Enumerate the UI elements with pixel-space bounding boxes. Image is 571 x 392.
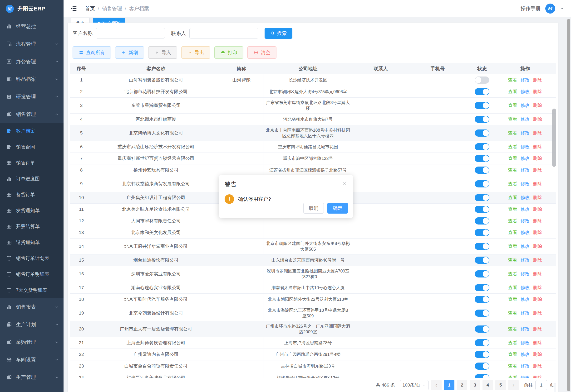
next-page-button[interactable]: › [508, 380, 519, 390]
edit-link[interactable]: 修改 [521, 156, 530, 161]
sidebar-item-16[interactable]: 7天交货明细表 [0, 282, 63, 298]
page-scrollbar[interactable] [567, 19, 570, 391]
view-link[interactable]: 查看 [508, 244, 517, 249]
search-button[interactable]: 搜索 [265, 28, 292, 39]
edit-link[interactable]: 修改 [521, 195, 530, 200]
sidebar-item-9[interactable]: 订单进度图 [0, 171, 63, 187]
toolbar-button-3[interactable]: 导出 [181, 46, 210, 59]
edit-link[interactable]: 修改 [521, 340, 530, 345]
delete-link[interactable]: 删除 [533, 89, 542, 94]
delete-link[interactable]: 删除 [533, 271, 542, 276]
delete-link[interactable]: 删除 [533, 103, 542, 108]
status-toggle[interactable] [475, 257, 489, 264]
toolbar-button-1[interactable]: 新增 [115, 46, 144, 59]
status-toggle[interactable] [475, 217, 489, 224]
view-link[interactable]: 查看 [508, 218, 517, 223]
cancel-button[interactable]: 取消 [303, 203, 324, 214]
status-toggle[interactable] [475, 363, 489, 370]
status-toggle[interactable] [475, 143, 489, 150]
delete-link[interactable]: 删除 [533, 207, 542, 212]
edit-link[interactable]: 修改 [521, 181, 530, 186]
delete-link[interactable]: 删除 [533, 244, 542, 249]
sidebar-item-13[interactable]: 退货通知单 [0, 235, 63, 251]
delete-link[interactable]: 删除 [533, 77, 542, 83]
sidebar-item-18[interactable]: 生产计划 [0, 316, 63, 333]
sidebar-item-12[interactable]: 开票结算单 [0, 219, 63, 235]
sidebar-item-20[interactable]: 车间设置 [0, 351, 63, 368]
edit-link[interactable]: 修改 [521, 352, 530, 357]
edit-link[interactable]: 修改 [521, 285, 530, 290]
status-toggle[interactable] [475, 325, 489, 333]
edit-link[interactable]: 修改 [521, 218, 530, 223]
view-link[interactable]: 查看 [508, 181, 517, 186]
view-link[interactable]: 查看 [508, 258, 517, 263]
sidebar-item-8[interactable]: 销售订单 [0, 155, 63, 171]
edit-link[interactable]: 修改 [521, 103, 530, 108]
edit-link[interactable]: 修改 [521, 117, 530, 122]
view-link[interactable]: 查看 [508, 207, 517, 212]
edit-link[interactable]: 修改 [521, 297, 530, 302]
sidebar-item-4[interactable]: 研发管理 [0, 88, 63, 105]
edit-link[interactable]: 修改 [521, 230, 530, 235]
sidebar-fold-icon[interactable] [70, 5, 77, 12]
edit-link[interactable]: 修改 [521, 310, 530, 316]
status-toggle[interactable] [475, 88, 489, 95]
edit-link[interactable]: 修改 [521, 77, 530, 83]
status-toggle[interactable] [475, 296, 489, 303]
status-toggle[interactable] [475, 206, 489, 213]
delete-link[interactable]: 删除 [533, 230, 542, 235]
sidebar-item-0[interactable]: 经营总控 [0, 18, 63, 35]
delete-link[interactable]: 删除 [533, 297, 542, 302]
view-link[interactable]: 查看 [508, 144, 517, 149]
delete-link[interactable]: 删除 [533, 168, 542, 172]
edit-link[interactable]: 修改 [521, 326, 530, 331]
status-toggle[interactable] [475, 102, 489, 109]
sidebar-item-5[interactable]: 销售管理 [0, 105, 63, 123]
delete-link[interactable]: 删除 [533, 340, 542, 345]
view-link[interactable]: 查看 [508, 271, 517, 276]
sidebar-item-10[interactable]: 备货订单 [0, 187, 63, 203]
view-link[interactable]: 查看 [508, 352, 517, 357]
breadcrumb-home[interactable]: 首页 [85, 5, 95, 12]
delete-link[interactable]: 删除 [533, 352, 542, 357]
view-link[interactable]: 查看 [508, 364, 517, 368]
edit-link[interactable]: 修改 [521, 130, 530, 135]
view-link[interactable]: 查看 [508, 326, 517, 331]
sidebar-item-15[interactable]: 销售订单明细表 [0, 266, 63, 282]
view-link[interactable]: 查看 [508, 89, 517, 94]
delete-link[interactable]: 删除 [533, 218, 542, 223]
toolbar-button-4[interactable]: 打印 [214, 46, 243, 59]
status-toggle[interactable] [475, 339, 489, 346]
delete-link[interactable]: 删除 [533, 144, 542, 149]
delete-link[interactable]: 删除 [533, 156, 542, 161]
sidebar-item-3[interactable]: 料品档案 [0, 70, 63, 88]
delete-link[interactable]: 删除 [533, 364, 542, 368]
status-toggle[interactable] [475, 155, 489, 162]
sidebar-item-19[interactable]: 采购管理 [0, 333, 63, 351]
delete-link[interactable]: 删除 [533, 195, 542, 200]
view-link[interactable]: 查看 [508, 168, 517, 172]
close-icon[interactable] [342, 180, 347, 186]
view-link[interactable]: 查看 [508, 310, 517, 316]
status-toggle[interactable] [475, 309, 489, 317]
page-button-3[interactable]: 3 [470, 380, 480, 390]
edit-link[interactable]: 修改 [521, 244, 530, 249]
edit-link[interactable]: 修改 [521, 258, 530, 263]
breadcrumb-sales[interactable]: 销售管理 [102, 5, 122, 12]
page-button-2[interactable]: 2 [457, 380, 467, 390]
status-toggle[interactable] [475, 284, 489, 291]
status-toggle[interactable] [475, 76, 489, 84]
view-link[interactable]: 查看 [508, 297, 517, 302]
status-toggle[interactable] [475, 194, 489, 201]
edit-link[interactable]: 修改 [521, 168, 530, 172]
confirm-button[interactable]: 确定 [327, 203, 348, 214]
edit-link[interactable]: 修改 [521, 271, 530, 276]
page-button-1[interactable]: 1 [444, 380, 454, 390]
edit-link[interactable]: 修改 [521, 207, 530, 212]
status-toggle[interactable] [475, 351, 489, 358]
status-toggle[interactable] [475, 229, 489, 236]
sidebar-item-17[interactable]: 销售报表 [0, 298, 63, 316]
customer-name-input[interactable] [96, 28, 165, 39]
delete-link[interactable]: 删除 [533, 130, 542, 135]
sidebar-item-21[interactable]: 生产管理 [0, 368, 63, 386]
